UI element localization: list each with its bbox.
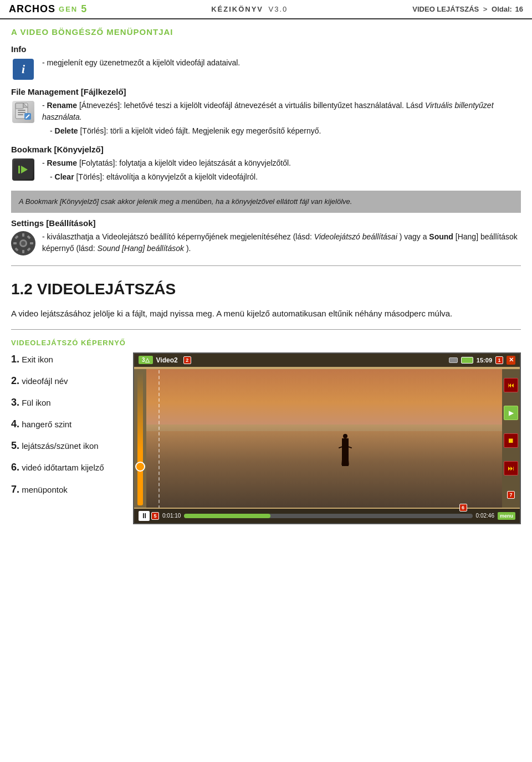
vp-progress-bar[interactable]: 6 [184, 514, 472, 518]
delete-text: [Törlés]: törli a kijelölt videó fájlt. … [80, 126, 321, 135]
vp-label-3-marker [146, 370, 160, 508]
settings-desc-italic2: Sound [Hang] beállítások [98, 244, 184, 253]
info-icon: i [13, 59, 34, 80]
settings-desc-italic1: Videolejátszó beállításai [314, 232, 397, 241]
vp-topbar-right: 15:09 1 ✕ [449, 356, 515, 365]
vp-topbar-left: 3△ Video2 2 [139, 356, 191, 364]
vp-filename: Video2 [156, 356, 178, 364]
file-management-heading: File Management [Fájlkezelő] [11, 87, 521, 96]
vp-btn-play-right[interactable]: ▶ [504, 406, 518, 420]
svg-rect-4 [18, 112, 25, 113]
resume-label: Resume [47, 158, 77, 167]
bookmark-icon-box [11, 157, 35, 182]
bookmark-icon [12, 158, 34, 181]
main-content: A VIDEO BÖNGÉSZŐ MENÜPONTJAI Info i - me… [0, 19, 532, 532]
header-logo-area: ARCHOS GEN 5 [9, 3, 86, 15]
video-label-5: 5. lejátszás/szünet ikon [11, 439, 122, 453]
clear-text: [Törlés]: eltávolítja a könyvjelzőt a ki… [76, 172, 258, 181]
svg-rect-10 [18, 166, 20, 173]
vp-topbar: 3△ Video2 2 15:09 1 ✕ [134, 354, 520, 367]
bookmark-text: - Resume [Folytatás]: folytatja a kijelö… [42, 157, 521, 185]
logo-gen-num: 5 [81, 3, 86, 15]
settings-text: - kiválaszthatja a Videolejátszó beállít… [42, 231, 521, 257]
vp-tab-label: 3△ [139, 356, 153, 364]
video-label-1: 1. Exit ikon [11, 352, 122, 366]
vp-volume-sidebar: 4 [134, 369, 146, 508]
video-section-title: VIDEOLEJÁTSZÓ KÉPERNYŐ [11, 339, 521, 347]
bookmark-heading: Bookmark [Könyvjelző] [11, 145, 521, 154]
vp-time-elapsed: 0:01:10 [162, 513, 181, 519]
vp-close-button[interactable]: ✕ [507, 356, 515, 365]
vp-icon-headphones [449, 357, 458, 363]
vp-bottombar: ⏸ 5 0:01:10 6 0:02:46 menu [134, 509, 520, 523]
vp-num-label-4: 4 [133, 457, 134, 465]
page-header: ARCHOS GEN 5 KÉZIKÖNYV V3.0 VIDEO LEJÁTS… [0, 0, 532, 19]
video-label-3: 3. Fül ikon [11, 396, 122, 410]
svg-point-14 [21, 241, 25, 246]
clear-label: Clear [55, 172, 74, 181]
settings-desc-mid: ) vagy a Sound [400, 232, 453, 241]
header-section-page: VIDEO LEJÁTSZÁS > Oldal: 16 [412, 5, 523, 13]
settings-desc-pre: - kiválaszthatja a Videolejátszó beállít… [42, 232, 314, 241]
vp-btn-stop[interactable]: ⏹ [504, 433, 518, 448]
settings-icon-box [11, 231, 35, 255]
svg-rect-1 [16, 103, 23, 109]
section-divider [11, 265, 521, 266]
video-label-7: 7. menüpontok [11, 483, 122, 497]
vp-num-label-7: 7 [507, 491, 515, 499]
rename-label: Rename [47, 101, 77, 110]
vp-menu-button[interactable]: menu [498, 512, 515, 520]
vp-clock-time: 15:09 [477, 357, 492, 364]
delete-label: Delete [55, 126, 78, 135]
svg-rect-17 [13, 242, 17, 244]
section-12-title: 1.2 VIDEOLEJÁTSZÁS [11, 280, 521, 298]
vp-num-label-6: 6 [459, 504, 467, 512]
section-12: 1.2 VIDEOLEJÁTSZÁS [11, 275, 521, 301]
file-management-row: - Rename [Átnevezés]: lehetővé teszi a k… [11, 100, 521, 139]
svg-rect-16 [22, 250, 24, 253]
svg-rect-5 [18, 114, 23, 115]
video-player: 3△ Video2 2 15:09 1 ✕ [133, 352, 521, 524]
vp-scene [146, 369, 502, 508]
settings-row: - kiválaszthatja a Videolejátszó beállít… [11, 231, 521, 257]
settings-desc-end: ). [186, 244, 191, 253]
vp-scene-background [146, 369, 502, 508]
rename-text: [Átnevezés]: lehetővé teszi a kijelölt v… [79, 101, 425, 110]
logo-archos: ARCHOS [9, 3, 55, 15]
header-manual-title: KÉZIKÖNYV V3.0 [211, 5, 288, 13]
settings-icon [11, 231, 35, 255]
vp-num-label-5: 5 [151, 512, 159, 520]
info-text: - megjelenít egy üzenetmezőt a kijelölt … [42, 57, 521, 71]
video-section: 1. Exit ikon 2. videofájl név 3. Fül iko… [11, 352, 521, 524]
vp-right-sidebar: ⏮ ▶ ⏹ ⏭ 7 [502, 369, 520, 508]
logo-gen: GEN [59, 5, 78, 13]
svg-rect-3 [18, 110, 25, 111]
note-box: A Bookmark [Könyvjelző] csak akkor jelen… [11, 191, 521, 213]
vp-btn-next[interactable]: ⏭ [504, 461, 518, 475]
file-management-icon-box [11, 100, 35, 124]
file-management-text: - Rename [Átnevezés]: lehetővé teszi a k… [42, 100, 521, 139]
section-12-intro: A video lejátszásához jelölje ki a fájlt… [11, 307, 521, 320]
section2-divider [11, 329, 521, 330]
svg-rect-18 [30, 242, 33, 244]
vp-battery-icon [461, 357, 473, 364]
vp-progress-fill [184, 514, 270, 518]
resume-text: [Folytatás]: folytatja a kijelölt video … [79, 158, 291, 167]
video-label-2: 2. videofájl név [11, 374, 122, 388]
file-management-icon [12, 101, 34, 123]
video-labels-list: 1. Exit ikon 2. videofájl név 3. Fül iko… [11, 352, 122, 524]
vp-play-pause-btn[interactable]: ⏸ [139, 511, 150, 521]
section-title: A VIDEO BÖNGÉSZŐ MENÜPONTJAI [11, 27, 521, 37]
vp-num-label-1: 1 [495, 356, 503, 364]
vp-num-label-2: 2 [183, 356, 191, 364]
vp-time-total: 0:02:46 [476, 513, 494, 519]
svg-rect-15 [22, 233, 24, 237]
bookmark-row: - Resume [Folytatás]: folytatja a kijelö… [11, 157, 521, 185]
video-label-4: 4. hangerő szint [11, 417, 122, 431]
info-row: i - megjelenít egy üzenetmezőt a kijelöl… [11, 57, 521, 81]
video-label-6: 6. videó időtartam kijelző [11, 461, 122, 474]
info-icon-box: i [11, 57, 35, 81]
settings-heading: Settings [Beállítások] [11, 218, 521, 228]
info-heading: Info [11, 44, 521, 54]
vp-btn-prev[interactable]: ⏮ [504, 378, 518, 392]
